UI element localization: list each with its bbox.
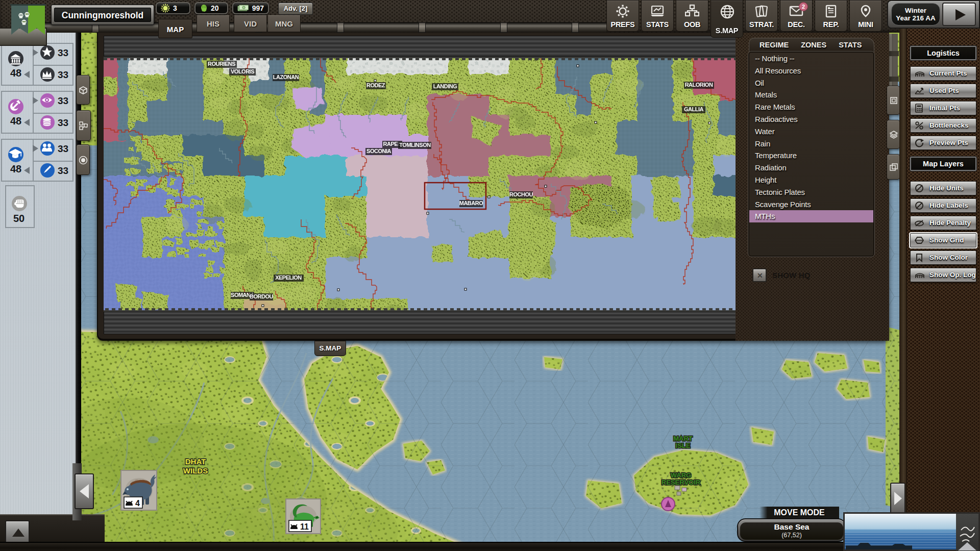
svg-text:WILDS: WILDS [183,466,208,475]
svg-text:RESERVOIR: RESERVOIR [662,479,701,486]
svg-text:11: 11 [300,522,309,531]
svg-text:LAZONAN: LAZONAN [273,74,299,80]
svg-text:TOMLINSON: TOMLINSON [399,142,431,148]
svg-text:4: 4 [135,499,140,508]
svg-text:MART: MART [673,435,693,442]
svg-text:GALLIA: GALLIA [684,106,703,112]
svg-text:BORDOU: BORDOU [250,293,273,299]
svg-text:WARG: WARG [671,471,691,479]
svg-text:VOLORIS: VOLORIS [231,68,254,74]
svg-text:ROURIENS: ROURIENS [208,61,235,67]
svg-text:ISLE: ISLE [676,442,691,449]
svg-text:RALORION: RALORION [685,82,713,88]
svg-text:MABARO: MABARO [459,200,483,206]
svg-text:RODEZ: RODEZ [366,82,385,88]
svg-text:ROCHOU: ROCHOU [509,191,533,197]
svg-text:SOCONIA: SOCONIA [366,148,391,154]
svg-text:XEPELION: XEPELION [275,274,302,281]
svg-text:LANDING: LANDING [433,83,457,89]
svg-text:DHAT: DHAT [185,457,206,466]
